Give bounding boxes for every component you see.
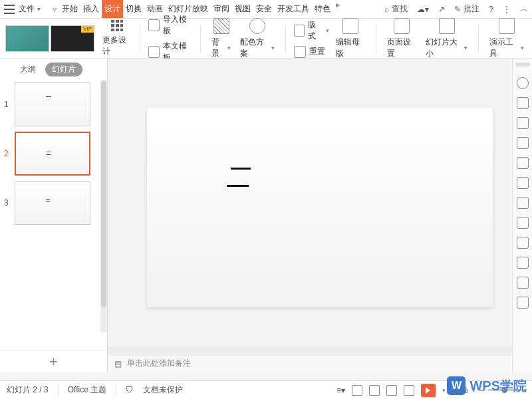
hamburger-icon <box>4 5 15 14</box>
divider <box>200 25 201 53</box>
slide-canvas[interactable] <box>147 108 493 307</box>
thumbnail-row[interactable]: 2 <box>4 132 103 176</box>
edit-master-button[interactable]: 编辑母版 <box>333 18 368 59</box>
vip-badge: VIP <box>81 26 94 33</box>
chevron-down-icon: ▾ <box>326 27 329 34</box>
rail-archive-icon[interactable] <box>517 237 529 249</box>
chevron-down-icon: ▾ <box>464 45 467 51</box>
rail-security-icon[interactable] <box>517 297 529 309</box>
presentation-tools-button[interactable]: 演示工具▾ <box>487 18 527 59</box>
theme-thumb-1[interactable] <box>5 25 49 52</box>
rail-apps-icon[interactable] <box>517 137 529 149</box>
rail-collapse-icon[interactable] <box>515 63 530 66</box>
slide-thumbnail-2[interactable] <box>15 132 90 176</box>
horizontal-scrollbar[interactable] <box>108 346 523 354</box>
outline-tab[interactable]: 大纲 <box>20 64 36 75</box>
tab-view[interactable]: 视图 <box>232 0 253 18</box>
menubar-right: ⌕ 查找 ☁▾ ↗ ✎ 批注 ? ⋮ ︿ <box>384 3 528 15</box>
tab-scroll-right-icon[interactable]: ▸ <box>333 0 342 18</box>
design-toolbar: VIP 更多设计 导入模板 本文模板 背景▾ 配色方案▾ 版式▾ 重置 编辑母版… <box>0 19 532 59</box>
comment-label: 批注 <box>464 3 479 15</box>
search-icon: ⌕ <box>384 5 389 14</box>
reading-view-button[interactable] <box>386 385 397 396</box>
thumb-number: 2 <box>4 149 11 158</box>
file-label: 文件 <box>19 3 35 15</box>
rail-camera-icon[interactable] <box>517 197 529 209</box>
slide-thumbnail-1[interactable] <box>15 82 90 126</box>
theme-name: Office 主题 <box>68 384 106 396</box>
rail-chart-icon[interactable] <box>517 157 529 169</box>
more-icon[interactable]: ⋮ <box>503 5 511 14</box>
layout-icon <box>294 25 305 37</box>
theme-thumb-2[interactable]: VIP <box>51 25 94 52</box>
slide-thumbnail-3[interactable] <box>15 181 90 225</box>
add-slide-button[interactable]: + <box>0 350 107 372</box>
search-button[interactable]: ⌕ 查找 <box>384 3 408 15</box>
file-menu[interactable]: 文件 ▾ <box>4 3 41 15</box>
play-icon <box>426 387 430 394</box>
rail-table-icon[interactable] <box>517 117 529 129</box>
layout-group: 版式▾ 重置 <box>294 19 329 58</box>
slide-counter: 幻灯片 2 / 3 <box>7 384 49 396</box>
tab-special[interactable]: 特色 <box>312 0 333 18</box>
palette-icon <box>249 18 265 34</box>
slide-size-icon <box>439 18 455 34</box>
thumbnail-row[interactable]: 3 <box>4 181 103 225</box>
share-icon[interactable]: ↗ <box>438 5 445 14</box>
protection-status: 文档未保护 <box>143 384 183 396</box>
color-scheme-button[interactable]: 配色方案▾ <box>237 18 277 59</box>
collapse-ribbon-icon[interactable]: ︿ <box>520 3 528 15</box>
thumbnail-scrollbar[interactable] <box>100 80 107 332</box>
background-button[interactable]: 背景▾ <box>209 18 234 59</box>
tab-design[interactable]: 设计 <box>102 0 123 18</box>
more-designs-button[interactable]: 更多设计 <box>102 20 132 57</box>
menu-view-icon[interactable]: ≡▾ <box>336 386 345 395</box>
chevron-down-icon: ▾ <box>37 5 41 13</box>
import-icon <box>148 19 160 31</box>
grid-icon <box>111 20 123 32</box>
rail-image-icon[interactable] <box>517 257 529 269</box>
slide-size-button[interactable]: 幻灯片大小▾ <box>423 18 470 59</box>
theme-gallery[interactable]: VIP <box>5 25 94 52</box>
watermark-text: WPS学院 <box>469 377 527 395</box>
rail-audio-icon[interactable] <box>517 277 529 289</box>
tab-devtools[interactable]: 开发工具 <box>275 0 312 18</box>
tab-start[interactable]: 开始 <box>59 0 80 18</box>
slides-tab[interactable]: 幻灯片 <box>45 63 82 76</box>
sorter-view-button[interactable] <box>369 385 380 396</box>
cloud-icon[interactable]: ☁▾ <box>417 5 429 14</box>
thumbnail-row[interactable]: 1 <box>4 82 103 126</box>
page-setup-icon <box>394 18 410 34</box>
tab-scroll-left-icon[interactable]: ▿ <box>50 5 59 14</box>
normal-view-button[interactable] <box>352 385 362 396</box>
shield-icon: ⛉ <box>126 386 134 395</box>
layout-button[interactable]: 版式▾ <box>294 19 329 42</box>
chevron-down-icon: ▾ <box>521 45 524 51</box>
notes-icon: ▤ <box>114 359 122 368</box>
comment-button[interactable]: ✎ 批注 <box>454 3 479 15</box>
slideshow-play-button[interactable] <box>421 384 436 397</box>
reset-button[interactable]: 重置 <box>294 46 329 58</box>
tab-insert[interactable]: 插入 <box>80 0 102 18</box>
tab-security[interactable]: 安全 <box>253 0 275 18</box>
notes-bar[interactable]: ▤ 单击此处添加备注 <box>108 354 532 372</box>
help-icon[interactable]: ? <box>489 5 493 14</box>
divider <box>478 25 479 53</box>
thumbnail-list: 1 2 3 <box>0 80 107 350</box>
rail-format-icon[interactable] <box>517 97 529 109</box>
import-template-button[interactable]: 导入模板 <box>148 14 192 37</box>
slide-content-line <box>227 185 249 187</box>
tab-transition[interactable]: 切换 <box>123 0 144 18</box>
page-setup-button[interactable]: 页面设置 <box>384 18 419 59</box>
tab-review[interactable]: 审阅 <box>211 0 232 18</box>
rail-settings-icon[interactable] <box>517 177 529 189</box>
search-label: 查找 <box>392 3 408 15</box>
rail-export-icon[interactable] <box>517 217 529 229</box>
chevron-down-icon: ▾ <box>227 45 231 51</box>
scrollbar-handle[interactable] <box>101 81 106 307</box>
notes-view-button[interactable] <box>404 385 414 396</box>
slide-panel: 大纲 幻灯片 1 2 3 + <box>0 59 108 372</box>
rail-select-icon[interactable] <box>517 77 529 89</box>
watermark: W WPS学院 <box>447 376 527 395</box>
chevron-down-icon[interactable]: ▾ <box>442 387 446 394</box>
